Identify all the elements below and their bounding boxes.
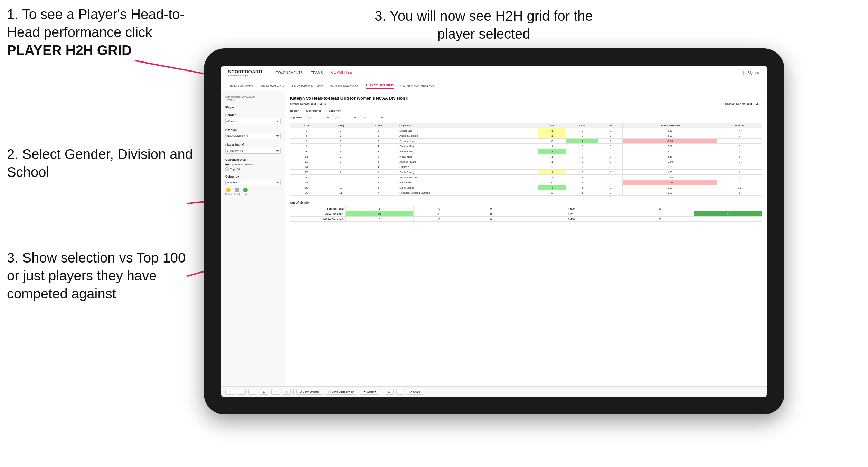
- layout-button[interactable]: ⊡: [385, 389, 394, 395]
- player-rank-select[interactable]: 8. Katelyn Vo: [225, 148, 281, 154]
- table-row: 1474 Eunice Yi 220 0.389: [290, 164, 762, 170]
- conference-select[interactable]: (All): [333, 115, 357, 120]
- table-row: 522 Alexis Sudjianto 100 4.003: [290, 133, 762, 139]
- gender-section: Gender Women's Men's: [225, 113, 281, 124]
- sub-nav-team-h2h-grid[interactable]: TEAM H2H GRID: [260, 83, 285, 89]
- nav-right: i | Sign out: [742, 71, 760, 75]
- sub-nav-team-summary[interactable]: TEAM SUMMARY: [228, 83, 253, 89]
- sub-nav-player-h2h-heatmap[interactable]: PLAYER H2H HEATMAP: [400, 83, 435, 89]
- tablet-screen: SCOREBOARD Powered by clippd TOURNAMENTS…: [221, 66, 767, 397]
- nav-bar: SCOREBOARD Powered by clippd TOURNAMENTS…: [221, 66, 767, 80]
- player-section: Player: [225, 106, 281, 109]
- table-row: 311 Esther Lee 100 1.504: [290, 128, 762, 133]
- player-rank-section: Player (Rank) 8. Katelyn Vo: [225, 143, 281, 154]
- legend-level-dot: [235, 188, 239, 192]
- colour-by-select[interactable]: Win/loss: [225, 180, 281, 185]
- table-title: Katelyn Vo Head-to-Head Grid for Women's…: [290, 96, 762, 101]
- filter-row: Region Conference Opponent: [290, 109, 762, 112]
- table-row: 914 Sharon Mun 100 3.673: [290, 144, 762, 149]
- conference-filter: Conference: [306, 109, 321, 112]
- sign-out-link[interactable]: Sign out: [747, 71, 760, 75]
- table-row: 1063 Andrea York 200 4.004: [290, 149, 762, 154]
- division-select[interactable]: NCAA Division III NCAA Division I NCAA D…: [225, 133, 281, 139]
- tablet-device: SCOREBOARD Powered by clippd TOURNAMENTS…: [204, 48, 784, 414]
- instruction-3-right: 3. You will now see H2H grid for the pla…: [366, 7, 601, 43]
- refresh-button[interactable]: ○: [283, 389, 291, 395]
- table-row: 633 Sydney Kuo 010 -1.00: [290, 139, 762, 144]
- instruction-1: 1. To see a Player's Head-to-Head perfor…: [7, 5, 200, 59]
- table-row: NCAA Division 2 500 7.40010: [290, 217, 762, 222]
- table-row: NAIA Division 1 1500 9.267 30: [290, 211, 762, 217]
- nav-teams[interactable]: TEAMS: [311, 69, 323, 76]
- grid-button[interactable]: ⊞: [260, 389, 268, 395]
- table-area: Katelyn Vo Head-to-Head Grid for Women's…: [285, 91, 767, 386]
- opponents-select[interactable]: (All): [306, 115, 330, 120]
- table-row: 1822 Euna Lee 010 -5.002: [290, 180, 762, 185]
- table-row: Foreign Team 100 4.5002: [290, 206, 762, 211]
- nav-tournaments[interactable]: TOURNAMENTS: [276, 69, 303, 76]
- out-of-division-table: Foreign Team 100 4.5002 NAIA Division 1 …: [290, 206, 762, 222]
- division-section: Division NCAA Division III NCAA Division…: [225, 128, 281, 139]
- opponent-view-section: Opponent view Opponents Played Top 100: [225, 158, 281, 171]
- opponent-view-radio: Opponents Played Top 100: [225, 163, 281, 171]
- table-row: 1585 Stella Cheng 100 1.254: [290, 170, 762, 175]
- opponent-select[interactable]: (All): [360, 115, 384, 120]
- table-row: 20117 Federica Domecq Lacroze 210 1.336: [290, 190, 762, 196]
- back-button[interactable]: ←: [237, 389, 246, 395]
- table-row: 1613 Jessica Mason 120 -0.947: [290, 175, 762, 180]
- legend-down-dot: [226, 188, 231, 192]
- colour-legend: Down Level Up: [225, 188, 281, 196]
- radio-top100[interactable]: [225, 167, 229, 171]
- h2h-table: # Div # Reg # Conf Opponent Win Loss Tie…: [290, 123, 762, 196]
- nav-items: TOURNAMENTS TEAMS COMMITTEE: [276, 69, 731, 76]
- share-button[interactable]: ↗ Share: [407, 389, 423, 395]
- sort-button[interactable]: ↕: [396, 389, 404, 395]
- sub-nav-player-h2h-grid[interactable]: PLAYER H2H GRID: [366, 82, 394, 89]
- nav-committee[interactable]: COMMITTEE: [331, 69, 352, 76]
- main-content: Last Updated: 27/03/2024 16:55:38 Player…: [221, 91, 767, 386]
- records-row: Overall Record: 353 - 34 - 6 Division Re…: [290, 102, 762, 106]
- view-original-button[interactable]: ⊕ View: Original: [296, 389, 322, 395]
- instruction-3-left: 3. Show selection vs Top 100 or just pla…: [7, 249, 200, 303]
- sub-nav-player-summary[interactable]: PLAYER SUMMARY: [330, 83, 359, 89]
- expand-button[interactable]: ↗: [271, 389, 280, 395]
- opponent-filter: Opponent: [328, 109, 341, 112]
- sub-nav: TEAM SUMMARY TEAM H2H GRID TEAM H2H HEAT…: [221, 80, 767, 91]
- forward-button[interactable]: →: [248, 389, 257, 395]
- table-row: 19106 Emily Chang 410 0.3011: [290, 185, 762, 190]
- gender-select[interactable]: Women's Men's: [225, 118, 281, 124]
- watch-button[interactable]: 👁 Watch ▾: [360, 389, 379, 395]
- table-row: 1125 Heejo Hyun 100 3.333: [290, 154, 762, 159]
- sub-nav-team-h2h-heatmap[interactable]: TEAM H2H HEATMAP: [292, 83, 323, 89]
- filter-selects: Opponents: (All) (All) (All): [290, 115, 762, 120]
- table-row: 1314 Jessica Huang 100 -3.002: [290, 159, 762, 164]
- bottom-toolbar: ↩ ← → ⊞ ↗ ○ ⊕ View: Original ⬜ Save Cust…: [221, 386, 767, 397]
- sidebar: Last Updated: 27/03/2024 16:55:38 Player…: [221, 91, 285, 386]
- radio-opponents-played[interactable]: [225, 163, 229, 166]
- legend-up-dot: [243, 188, 248, 192]
- out-of-division: Out of division Foreign Team 100 4.5002 …: [290, 201, 762, 222]
- region-filter: Region: [290, 109, 299, 112]
- logo: SCOREBOARD Powered by clippd: [228, 69, 262, 77]
- instruction-2: 2. Select Gender, Division and School: [7, 145, 200, 181]
- save-custom-view-button[interactable]: ⬜ Save Custom View: [325, 389, 357, 395]
- undo-button[interactable]: ↩: [225, 389, 234, 395]
- colour-by-section: Colour by Win/loss Down Level: [225, 175, 281, 196]
